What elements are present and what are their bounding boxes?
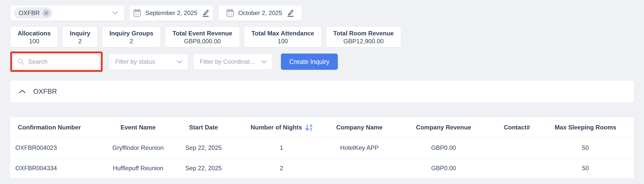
- cell-number-of-nights: 1: [235, 138, 328, 158]
- start-date-value: September 2, 2025: [145, 9, 197, 17]
- stat-value: 2: [130, 37, 133, 45]
- stat-value: GBP8,000.00: [184, 37, 221, 45]
- chevron-down-icon: [261, 60, 267, 64]
- stat-value: 2: [78, 37, 82, 45]
- cell-event-name: Gryffindor Reunion: [104, 138, 172, 158]
- cell-start-date: Sep 22, 2025: [172, 138, 235, 158]
- search-icon: [17, 58, 25, 65]
- stats-row: Allocations 100 Inquiry 2 Inquiry Groups…: [10, 27, 634, 47]
- stat-label: Allocations: [18, 29, 51, 37]
- end-date-value: October 2, 2025: [238, 9, 282, 17]
- chevron-down-icon: [112, 11, 118, 15]
- table-row[interactable]: OXFBR004023 Gryffindor Reunion Sep 22, 2…: [10, 138, 634, 158]
- search-input[interactable]: [28, 58, 107, 65]
- cell-company-name: HotelKey APP: [328, 138, 390, 158]
- cell-confirmation-number[interactable]: OXFBR004023: [10, 138, 104, 158]
- cell-event-name: Hufflepuff Reunion: [104, 158, 172, 178]
- col-header-start-date: Start Date: [172, 117, 235, 138]
- cell-confirmation-number[interactable]: OXFBR004334: [10, 158, 104, 178]
- stat-card-total-event-revenue: Total Event Revenue GBP8,000.00: [165, 27, 240, 47]
- table-header-row: Confirmation Number Event Name Start Dat…: [10, 117, 634, 138]
- property-tag: OXFBR: [14, 7, 53, 19]
- cell-company-revenue: GBP0.00: [391, 158, 497, 178]
- status-filter-select[interactable]: Filter by status: [109, 54, 188, 70]
- inquiry-dashboard: OXFBR: [0, 0, 644, 178]
- top-controls-row: OXFBR: [10, 5, 634, 21]
- create-inquiry-button[interactable]: Create Inquiry: [281, 54, 338, 70]
- stat-label: Inquiry: [70, 29, 90, 37]
- stat-card-inquiry-groups: Inquiry Groups 2: [102, 27, 161, 47]
- stat-label: Total Max Attendance: [252, 29, 314, 37]
- col-header-label: Number of Nights: [251, 124, 302, 131]
- col-header-company-name: Company Name: [328, 117, 390, 138]
- inquiries-table: Confirmation Number Event Name Start Dat…: [10, 117, 634, 178]
- chevron-down-icon: [176, 60, 183, 64]
- cell-contact: [497, 158, 537, 178]
- stat-card-total-room-revenue: Total Room Revenue GBP12,900.00: [326, 27, 401, 47]
- stat-label: Inquiry Groups: [109, 29, 153, 37]
- coordinator-filter-placeholder: Filter by Coordinat...: [200, 58, 261, 65]
- inquiries-table-card: Confirmation Number Event Name Start Dat…: [10, 117, 634, 178]
- col-header-contact: Contact#: [497, 117, 537, 138]
- end-date-picker[interactable]: October 2, 2025: [218, 5, 302, 21]
- toolbar-row: Filter by status Filter by Coordinat... …: [10, 51, 634, 72]
- search-highlight-annotation: [10, 51, 103, 72]
- stat-label: Total Room Revenue: [333, 29, 394, 37]
- calendar-icon: [226, 9, 234, 17]
- stat-value: 100: [278, 37, 288, 45]
- cell-number-of-nights: 2: [235, 158, 328, 178]
- col-header-confirmation-number: Confirmation Number: [10, 117, 104, 138]
- sort-alpha-descending-icon[interactable]: AZ: [305, 124, 312, 131]
- col-header-event-name: Event Name: [104, 117, 172, 138]
- col-header-max-sleeping-rooms: Max Sleeping Rooms: [537, 117, 634, 138]
- stat-card-allocations: Allocations 100: [10, 27, 58, 47]
- stat-label: Total Event Revenue: [172, 29, 232, 37]
- stat-value: GBP12,900.00: [343, 37, 384, 45]
- col-header-number-of-nights: Number of Nights AZ: [235, 117, 328, 138]
- cell-company-revenue: GBP0.00: [391, 138, 497, 158]
- start-date-picker[interactable]: September 2, 2025: [129, 5, 213, 21]
- col-header-company-revenue: Company Revenue: [391, 117, 497, 138]
- cell-company-name: [328, 158, 390, 178]
- calendar-icon: [133, 9, 141, 17]
- property-multiselect[interactable]: OXFBR: [10, 5, 124, 21]
- close-icon[interactable]: [42, 9, 50, 17]
- table-row[interactable]: OXFBR004334 Hufflepuff Reunion Sep 22, 2…: [10, 158, 634, 178]
- cell-max-sleeping-rooms: 50: [537, 158, 634, 178]
- chevron-up-icon[interactable]: [18, 89, 26, 94]
- property-tag-label: OXFBR: [19, 9, 40, 17]
- cell-contact: [497, 138, 537, 158]
- property-group-title: OXFBR: [33, 88, 57, 96]
- pencil-icon[interactable]: [201, 9, 210, 17]
- stat-card-total-max-attendance: Total Max Attendance 100: [244, 27, 321, 47]
- cell-start-date: Sep 22, 2025: [172, 158, 235, 178]
- cell-max-sleeping-rooms: 50: [537, 138, 634, 158]
- property-group-header[interactable]: OXFBR: [10, 81, 634, 102]
- status-filter-placeholder: Filter by status: [115, 58, 176, 65]
- stat-value: 100: [29, 37, 39, 45]
- pencil-icon[interactable]: [286, 9, 294, 17]
- coordinator-filter-select[interactable]: Filter by Coordinat...: [193, 54, 272, 70]
- search-field[interactable]: [13, 54, 100, 69]
- stat-card-inquiry: Inquiry 2: [62, 27, 98, 47]
